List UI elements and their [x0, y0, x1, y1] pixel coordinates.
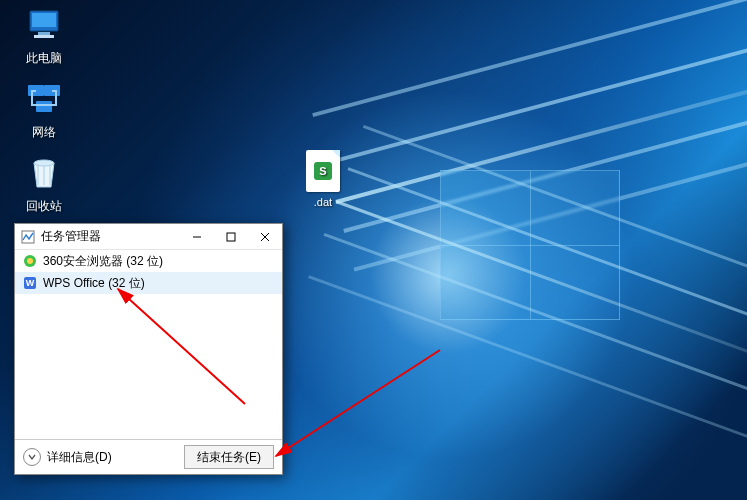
desktop-file-label: .dat: [293, 196, 353, 208]
task-manager-window: 任务管理器 360安全浏览器 (32 位) W WPS Office (32 位…: [14, 223, 283, 475]
status-bar: 详细信息(D) 结束任务(E): [15, 440, 282, 474]
desktop-icon-label: 此电脑: [6, 50, 82, 67]
recycle-bin-icon: [23, 152, 65, 194]
details-toggle[interactable]: 详细信息(D): [47, 449, 112, 466]
desktop-file-dat[interactable]: S .dat: [293, 150, 353, 208]
close-button[interactable]: [248, 224, 282, 250]
desktop-icon-label: 回收站: [6, 198, 82, 215]
svg-rect-6: [36, 101, 52, 112]
network-icon: [23, 78, 65, 120]
svg-point-7: [34, 160, 54, 166]
wallpaper-decoration: [440, 170, 620, 320]
file-icon: S: [306, 150, 340, 192]
process-row[interactable]: W WPS Office (32 位): [15, 272, 282, 294]
end-task-button[interactable]: 结束任务(E): [184, 445, 274, 469]
svg-rect-10: [227, 233, 235, 241]
title-bar[interactable]: 任务管理器: [15, 224, 282, 250]
desktop-icon-recycle-bin[interactable]: 回收站: [6, 152, 82, 215]
file-badge-icon: S: [314, 162, 332, 180]
computer-icon: [23, 4, 65, 46]
window-title: 任务管理器: [41, 228, 101, 245]
desktop-icon-network[interactable]: 网络: [6, 78, 82, 141]
minimize-button[interactable]: [180, 224, 214, 250]
process-name: 360安全浏览器 (32 位): [43, 253, 163, 270]
maximize-button[interactable]: [214, 224, 248, 250]
svg-rect-1: [32, 13, 56, 27]
task-manager-icon: [21, 230, 35, 244]
end-task-label: 结束任务(E): [197, 449, 261, 466]
browser-icon: [23, 254, 37, 268]
svg-point-14: [27, 258, 33, 264]
process-row[interactable]: 360安全浏览器 (32 位): [15, 250, 282, 272]
svg-text:W: W: [26, 278, 35, 288]
desktop-icon-this-pc[interactable]: 此电脑: [6, 4, 82, 67]
svg-rect-3: [34, 35, 54, 38]
process-name: WPS Office (32 位): [43, 275, 145, 292]
chevron-down-icon[interactable]: [23, 448, 41, 466]
svg-rect-2: [38, 32, 50, 35]
desktop-icon-label: 网络: [6, 124, 82, 141]
wps-icon: W: [23, 276, 37, 290]
process-list: 360安全浏览器 (32 位) W WPS Office (32 位): [15, 250, 282, 440]
